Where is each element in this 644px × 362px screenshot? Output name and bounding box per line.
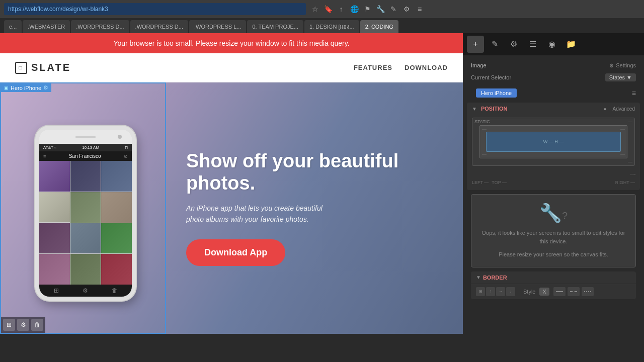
more-icon[interactable]: ≡: [415, 4, 425, 14]
box-metric-row: LEFT — TOP — RIGHT —: [467, 179, 640, 186]
position-section: ▼ POSITION ● Advanced STATIC — — — — —: [467, 103, 640, 190]
top-label: TOP —: [492, 180, 507, 185]
iphone-camera: [118, 135, 122, 139]
download-app-button[interactable]: Download App: [186, 239, 285, 266]
border-bottom-btn[interactable]: ↓: [506, 287, 515, 296]
alert-bar: Your browser is too small. Please resize…: [0, 33, 463, 53]
right-panel: + ✎ ⚙ ☰ ◉ 📁 Image ⚙ Settings Current Sel…: [463, 33, 644, 362]
hero-subtitle: An iPhone app that lets you create beaut…: [186, 203, 337, 225]
solid-line-icon: [556, 291, 563, 292]
star-icon[interactable]: ☆: [310, 4, 320, 14]
iphone-app-header: ≡ San Francisco ⊙: [39, 151, 132, 161]
border-top-btn[interactable]: ↑: [486, 287, 495, 296]
border-all-btn[interactable]: ⊞: [476, 287, 485, 296]
wf-tool-assets[interactable]: ◉: [543, 36, 560, 53]
alert-message: Your browser is too small. Please resize…: [113, 39, 349, 47]
iphone-bottom-icon-2: ⚙: [83, 287, 88, 294]
position-title: POSITION: [481, 106, 602, 112]
style-none-btn[interactable]: X: [539, 288, 549, 296]
wf-tool-add[interactable]: +: [467, 36, 484, 53]
style-dotted-btn[interactable]: [582, 287, 594, 296]
photo-cell-2: [70, 161, 101, 192]
iphone-speaker: [75, 136, 96, 138]
tab-wordpress-1[interactable]: .WORDPRESS D...: [71, 20, 129, 33]
nav-download[interactable]: DOWNLOAD: [405, 64, 448, 71]
logo-icon: □: [15, 62, 27, 74]
settings-label-row: ⚙ Settings: [609, 62, 636, 68]
photo-cell-12: [101, 254, 132, 285]
iphone-menu-icon: ≡: [43, 154, 46, 159]
wf-tool-layout[interactable]: ☰: [524, 36, 541, 53]
photo-cell-11: [70, 254, 101, 285]
box-inner: — — — — W — H —: [479, 125, 627, 158]
site-logo: □ SLATE: [15, 62, 71, 74]
tab-design[interactable]: 1. DESIGN [มอง...: [304, 20, 359, 33]
photo-cell-10: [39, 254, 70, 285]
site-nav: □ SLATE FEATURES DOWNLOAD: [0, 53, 463, 82]
tools-icon[interactable]: 🔧: [375, 4, 385, 14]
right-label: RIGHT —: [615, 180, 635, 185]
position-header: ▼ POSITION ● Advanced: [467, 103, 640, 115]
hero-content: Show off your beautiful photos. An iPhon…: [171, 130, 463, 286]
url-text: https://webflow.com/design/wr-blank3: [8, 6, 108, 13]
resize-message: Please resize your screen so the canvas …: [477, 250, 629, 259]
iphone-bottom-bar: ⊞ ⚙ 🗑: [39, 285, 132, 297]
upload-icon[interactable]: ↑: [336, 4, 346, 14]
iphone-mockup: AT&T ≈ 10:13 AM ⊓ ≡ San Francisco ⊙: [35, 126, 136, 301]
border-side-buttons: ⊞ ↑ → ↓: [476, 287, 515, 296]
logo-text: SLATE: [31, 62, 71, 73]
wf-tool-style[interactable]: ✎: [486, 36, 503, 53]
hero-title: Show off your beautiful photos.: [186, 150, 448, 194]
iphone-bottom-icon-1: ⊞: [54, 287, 59, 294]
advanced-link[interactable]: Advanced: [613, 106, 635, 112]
states-button[interactable]: States ▼: [605, 73, 636, 81]
iphone-container: AT&T ≈ 10:13 AM ⊓ ≡ San Francisco ⊙: [0, 116, 171, 301]
tools-warning-icon: 🔧?: [477, 203, 629, 224]
url-bar[interactable]: https://webflow.com/design/wr-blank3: [4, 3, 306, 15]
iphone-app-title: San Francisco: [69, 153, 101, 159]
tab-wordpress-3[interactable]: .WORDPRESS L...: [189, 20, 247, 33]
box-padding-tr: —: [620, 127, 625, 132]
edit-icon[interactable]: ✎: [388, 4, 398, 14]
photo-cell-4: [39, 192, 70, 223]
dotted-line-icon: [584, 291, 591, 292]
settings-icon[interactable]: ⚙: [401, 4, 412, 14]
photo-cell-8: [70, 223, 101, 254]
element-menu-icon[interactable]: ≡: [632, 89, 636, 97]
wf-toolbar: + ✎ ⚙ ☰ ◉ 📁: [463, 33, 644, 55]
photo-cell-6: [101, 192, 132, 223]
border-collapse-icon[interactable]: ▼: [476, 275, 481, 280]
main-layout: Your browser is too small. Please resize…: [0, 33, 644, 362]
browser-icons: ☆ 🔖 ↑ 🌐 ⚑ 🔧 ✎ ⚙ ≡: [310, 4, 425, 14]
flag-icon[interactable]: ⚑: [362, 4, 372, 14]
dashed-line-icon: [570, 291, 577, 292]
border-title: BORDER: [483, 275, 631, 281]
site-nav-links: FEATURES DOWNLOAD: [354, 64, 448, 71]
style-solid-btn[interactable]: [553, 287, 566, 296]
style-dashed-btn[interactable]: [568, 287, 580, 296]
three-dots[interactable]: ···: [467, 169, 640, 179]
position-collapse-icon[interactable]: ▼: [472, 106, 477, 112]
tab-webmaster[interactable]: .WEBMASTER: [23, 20, 70, 33]
iphone-top-bar: [39, 130, 132, 144]
tab-team[interactable]: 0. TEAM PROJE...: [247, 20, 303, 33]
border-right-btn[interactable]: →: [496, 287, 505, 296]
bookmark-icon[interactable]: 🔖: [323, 4, 333, 14]
element-badge-container: Hero iPhone ≡: [467, 83, 640, 103]
iphone-bottom-icon-3: 🗑: [112, 287, 118, 294]
photo-cell-5: [70, 192, 101, 223]
tab-wordpress-2[interactable]: .WORDPRESS D...: [130, 20, 188, 33]
nav-features[interactable]: FEATURES: [354, 64, 392, 71]
wf-tool-settings[interactable]: ⚙: [505, 36, 522, 53]
box-core: W — H —: [486, 132, 621, 152]
tab-coding[interactable]: 2. CODING: [360, 20, 398, 33]
tab-0[interactable]: e...: [4, 20, 22, 33]
wf-tool-files[interactable]: 📁: [562, 36, 580, 53]
sphere-icon[interactable]: 🌐: [349, 4, 359, 14]
iphone-status-bar: AT&T ≈ 10:13 AM ⊓: [39, 144, 132, 151]
browser-toolbar: https://webflow.com/design/wr-blank3 ☆ 🔖…: [0, 0, 644, 18]
photo-cell-1: [39, 161, 70, 192]
element-badge[interactable]: Hero iPhone: [476, 88, 517, 98]
iphone-battery: ⊓: [125, 145, 128, 150]
photo-grid: [39, 161, 132, 285]
